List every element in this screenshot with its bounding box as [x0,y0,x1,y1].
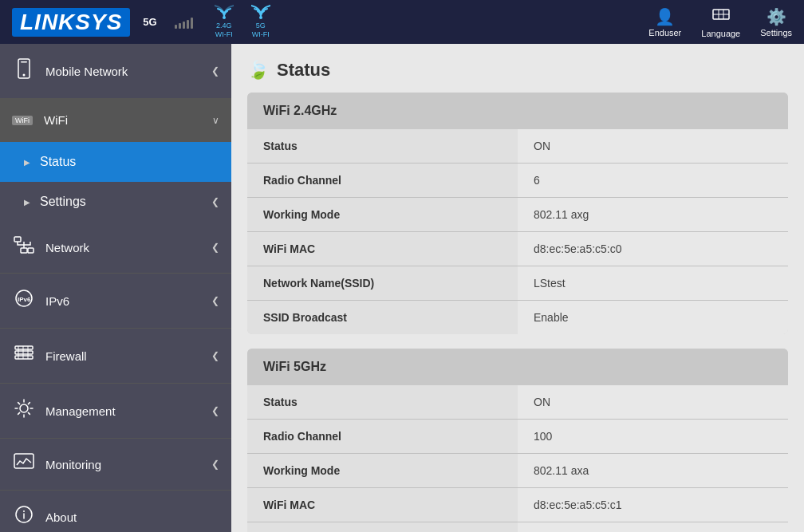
sidebar-sub-item-status[interactable]: ▶ Status [0,142,231,182]
wifi-badge: WiFi [12,116,33,125]
leaf-icon: 🍃 [247,60,269,81]
status-arrow: ▶ [24,158,30,167]
sidebar-item-management[interactable]: Management ❮ [0,384,231,439]
sidebar-sub-item-settings[interactable]: ▶ Settings ❮ [0,182,231,222]
wifi-5g-card: WiFi 5GHz Status ON Radio Channel 100 Wo… [247,349,788,532]
row-label: Network Name(SSID) [247,522,518,532]
wifi-chevron: ∨ [212,115,219,126]
network-type-label: 5G [143,16,156,28]
wifi-5g-card-header: WiFi 5GHz [247,349,788,385]
user-icon: 👤 [655,7,675,26]
row-label: Radio Channel [247,164,518,197]
row-value: 6 [518,164,788,197]
svg-point-4 [23,74,26,77]
firewall-label: Firewall [45,349,202,363]
sidebar-item-about[interactable]: About [0,491,231,532]
sidebar-item-mobile-network[interactable]: Mobile Network ❮ [0,44,231,99]
table-row: Radio Channel 6 [247,163,788,197]
table-row: Working Mode 802.11 axa [247,453,788,487]
svg-rect-13 [15,351,33,354]
row-label: Network Name(SSID) [247,266,518,300]
sidebar-item-monitoring[interactable]: Monitoring ❮ [0,439,231,491]
table-row: WiFi MAC d8:ec:5e:a5:c5:c0 [247,231,788,266]
row-label: Working Mode [247,454,518,487]
enduser-action[interactable]: 👤 Enduser [648,7,681,37]
gear-icon: ⚙️ [767,7,786,26]
row-label: SSID Broadcast [247,301,518,334]
settings-action[interactable]: ⚙️ Settings [760,7,792,37]
wifi-5g-icon [251,5,270,21]
sidebar-item-wifi[interactable]: WiFi WiFi ∨ [0,99,231,142]
svg-rect-5 [21,61,27,63]
row-value: ON [518,129,788,163]
row-value: 802.11 axa [518,454,788,487]
page-title: Status [277,60,330,81]
settings-wifi-label: Settings [40,195,202,209]
svg-rect-7 [21,248,27,253]
management-icon [12,398,36,424]
wifi-24-rows: Status ON Radio Channel 6 Working Mode 8… [247,129,788,334]
monitoring-icon [12,453,36,475]
row-value: Enable [518,301,788,334]
row-label: Status [247,385,518,419]
table-row: WiFi MAC d8:ec:5e:a5:c5:c1 [247,487,788,522]
globe-icon [712,6,730,27]
row-label: Working Mode [247,198,518,231]
settings-wifi-chevron: ❮ [211,196,219,207]
table-row: Network Name(SSID) LStest [247,522,788,532]
language-label: Language [701,29,740,38]
table-row: Radio Channel 100 [247,419,788,453]
row-label: WiFi MAC [247,488,518,522]
mobile-network-label: Mobile Network [45,65,202,78]
enduser-label: Enduser [648,28,681,37]
wifi-24-card-header: WiFi 2.4GHz [247,93,788,129]
settings-label: Settings [760,28,792,37]
row-label: Radio Channel [247,420,518,453]
svg-rect-6 [14,237,21,242]
table-row: SSID Broadcast Enable [247,300,788,334]
management-label: Management [45,404,202,418]
about-label: About [45,510,219,524]
svg-rect-14 [15,356,33,359]
status-label: Status [40,155,76,169]
svg-text:IPv6: IPv6 [18,296,31,303]
firewall-chevron: ❮ [211,350,219,361]
info-icon [12,505,36,529]
row-label: Status [247,129,518,163]
table-row: Working Mode 802.11 axg [247,197,788,231]
main-content: 🍃 Status WiFi 2.4GHz Status ON Radio Cha… [231,44,804,532]
monitoring-chevron: ❮ [211,459,219,470]
table-row: Status ON [247,385,788,419]
layout: Mobile Network ❮ WiFi WiFi ∨ ▶ Status ▶ … [0,44,804,532]
sidebar-item-ipv6[interactable]: IPv6 IPv6 ❮ [0,274,231,329]
language-action[interactable]: Language [701,6,740,38]
svg-point-18 [20,404,28,412]
sidebar-item-firewall[interactable]: Firewall ❮ [0,329,231,384]
management-chevron: ❮ [211,405,219,416]
ipv6-chevron: ❮ [211,295,219,306]
row-value: d8:ec:5e:a5:c5:c0 [518,232,788,266]
sidebar-item-network[interactable]: Network ❮ [0,222,231,274]
wifi-24g-signal: 2.4GWI-FI [215,5,234,39]
row-label: WiFi MAC [247,232,518,266]
row-value: d8:ec:5e:a5:c5:c1 [518,488,788,522]
network-label: Network [45,241,202,254]
row-value: LStest [518,522,788,532]
row-value: 100 [518,420,788,453]
ipv6-label: IPv6 [45,294,202,308]
mobile-network-chevron: ❮ [211,65,219,77]
row-value: 802.11 axg [518,198,788,231]
row-value: ON [518,385,788,419]
network-chevron: ❮ [211,242,219,253]
table-row: Network Name(SSID) LStest [247,266,788,300]
header-right: 👤 Enduser Language ⚙️ Settings [648,6,792,38]
page-header: 🍃 Status [247,60,788,81]
wifi-5g-rows: Status ON Radio Channel 100 Working Mode… [247,385,788,532]
monitoring-label: Monitoring [45,458,202,471]
mobile-icon [12,58,36,84]
svg-rect-19 [14,454,34,468]
svg-rect-12 [15,346,33,349]
table-row: Status ON [247,129,788,163]
wifi-label: WiFi [44,113,203,127]
row-value: LStest [518,266,788,300]
